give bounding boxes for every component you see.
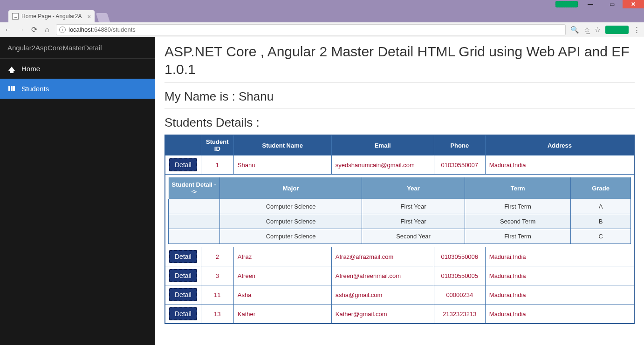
cell-email: Afreen@afreenmail.com: [331, 266, 434, 285]
reload-button[interactable]: ⟳: [30, 25, 38, 34]
detail-cell-year: Second Year: [362, 229, 465, 244]
name-line: My Name is : Shanu: [164, 89, 635, 104]
home-icon: [8, 67, 15, 71]
detail-button[interactable]: Detail: [169, 307, 197, 320]
address-bar[interactable]: i localhost:64880/students: [56, 24, 566, 35]
cell-name: Afraz: [233, 247, 331, 266]
header-email: Email: [331, 135, 434, 156]
detail-header: Major: [220, 177, 362, 199]
back-button[interactable]: ←: [4, 26, 12, 34]
detail-header: Year: [362, 177, 465, 199]
page-root: Angular2AspCoreMasterDetail HomeStudents…: [0, 37, 644, 345]
browser-tab[interactable]: Home Page - Angular2A ×: [8, 10, 95, 22]
browser-toolbar: ← → ⟳ ⌂ i localhost:64880/students 🔍 ☆̲ …: [0, 22, 644, 37]
cell-phone: 2132323213: [434, 304, 485, 324]
cell-id: 2: [201, 247, 233, 266]
close-button[interactable]: ✕: [623, 0, 644, 8]
cell-name: Shanu: [233, 156, 331, 175]
cell-name: Kather: [233, 304, 331, 324]
home-button[interactable]: ⌂: [43, 26, 51, 34]
os-titlebar: — ▭ ✕: [0, 0, 644, 8]
detail-header: Term: [465, 177, 570, 199]
divider: [164, 108, 635, 109]
cell-email: Afraz@afrazmail.com: [331, 247, 434, 266]
cell-email: syedshanumcain@gmail.com: [331, 156, 434, 175]
detail-cell-grade: C: [571, 229, 631, 244]
site-info-icon[interactable]: i: [59, 27, 66, 33]
students-table-head: Student ID Student Name Email Phone Addr…: [165, 135, 634, 156]
header-address: Address: [485, 135, 634, 156]
cell-id: 11: [201, 285, 233, 304]
detail-cell-term: First Term: [465, 199, 570, 214]
student-detail-table: Student Detail -->MajorYearTermGradeComp…: [168, 177, 631, 244]
detail-cell-year: First Year: [362, 214, 465, 229]
detail-table-row: Computer ScienceFirst YearSecond TermB: [169, 214, 631, 229]
detail-cell-major: Computer Science: [220, 214, 362, 229]
url-port: :64880: [92, 26, 111, 33]
sidebar: Angular2AspCoreMasterDetail HomeStudents: [0, 37, 155, 345]
forward-button[interactable]: →: [17, 26, 25, 34]
cell-address: Madurai,India: [485, 304, 634, 324]
cell-phone: 01030550007: [434, 156, 485, 175]
header-blank: [165, 135, 201, 156]
close-tab-icon[interactable]: ×: [87, 13, 91, 20]
window-controls: — ▭ ✕: [580, 0, 644, 8]
bookmark-icon[interactable]: ☆: [595, 26, 601, 34]
cell-email: Kather@gmail.com: [331, 304, 434, 324]
name-value: Shanu: [239, 89, 274, 103]
content-area: ASP.NET Core , Angular 2 Master Detail H…: [155, 37, 644, 345]
extension-badge[interactable]: [605, 26, 629, 34]
cell-id: 13: [201, 304, 233, 324]
sidebar-item-students[interactable]: Students: [0, 79, 155, 99]
minimize-button[interactable]: —: [580, 0, 601, 8]
new-tab-button[interactable]: [96, 13, 110, 22]
detail-table-row: Computer ScienceSecond YearFirst TermC: [169, 229, 631, 244]
cell-name: Afreen: [233, 266, 331, 285]
detail-header: Grade: [571, 177, 631, 199]
students-table: Student ID Student Name Email Phone Addr…: [164, 135, 635, 324]
cell-phone: 01030550006: [434, 247, 485, 266]
cell-id: 3: [201, 266, 233, 285]
grid-icon: [8, 86, 15, 91]
detail-row: Student Detail -->MajorYearTermGradeComp…: [165, 175, 634, 247]
detail-cell-grade: A: [571, 199, 631, 214]
detail-cell-grade: B: [571, 214, 631, 229]
cell-phone: 00000234: [434, 285, 485, 304]
sidebar-item-home[interactable]: Home: [0, 59, 155, 79]
detail-cell-term: Second Term: [465, 214, 570, 229]
detail-button[interactable]: Detail: [169, 250, 197, 263]
detail-button[interactable]: Detail: [169, 288, 197, 301]
translate-icon[interactable]: ☆̲: [584, 26, 590, 34]
detail-cell-year: First Year: [362, 199, 465, 214]
os-indicator: [555, 1, 578, 7]
cell-address: Madurai,India: [485, 266, 634, 285]
detail-table-row: Computer ScienceFirst YearFirst TermA: [169, 199, 631, 214]
table-row: Detail13KatherKather@gmail.com2132323213…: [165, 304, 634, 324]
detail-cell-major: Computer Science: [220, 229, 362, 244]
header-name: Student Name: [233, 135, 331, 156]
app-brand[interactable]: Angular2AspCoreMasterDetail: [0, 37, 155, 59]
cell-email: asha@gmail.com: [331, 285, 434, 304]
cell-address: Madurai,India: [485, 156, 634, 175]
url-host: localhost: [69, 26, 92, 33]
browser-tabstrip: Home Page - Angular2A ×: [0, 8, 644, 22]
tab-title: Home Page - Angular2A: [21, 13, 82, 20]
zoom-icon[interactable]: 🔍: [570, 26, 579, 34]
table-row: Detail2AfrazAfraz@afrazmail.com010305500…: [165, 247, 634, 266]
cell-phone: 01030550005: [434, 266, 485, 285]
detail-blank: [169, 229, 220, 244]
detail-cell-term: First Term: [465, 229, 570, 244]
section-heading: Students Details :: [164, 115, 635, 130]
header-id: Student ID: [201, 135, 233, 156]
maximize-button[interactable]: ▭: [601, 0, 623, 8]
detail-button[interactable]: Detail: [169, 269, 197, 282]
menu-icon[interactable]: ⋮: [633, 26, 640, 34]
cell-name: Asha: [233, 285, 331, 304]
cell-address: Madurai,India: [485, 247, 634, 266]
page-icon: [12, 13, 19, 20]
sidebar-item-label: Home: [21, 65, 40, 73]
page-title: ASP.NET Core , Angular 2 Master Detail H…: [164, 43, 635, 78]
sidebar-item-label: Students: [21, 85, 49, 93]
cell-address: Madurai,India: [485, 285, 634, 304]
detail-button[interactable]: Detail: [169, 158, 197, 171]
